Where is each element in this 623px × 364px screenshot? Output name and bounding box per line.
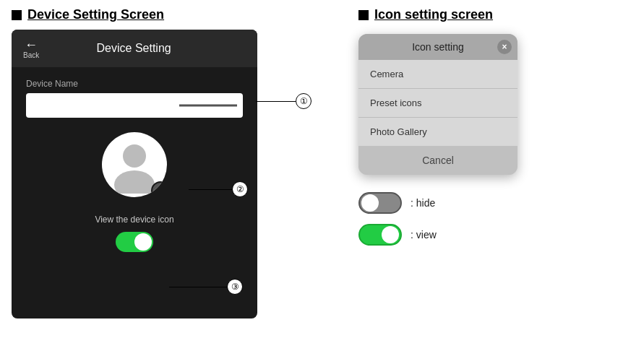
right-title-icon [358,10,369,20]
annotation-2-line [189,189,232,190]
annotation-3-badge: ③ [227,279,243,295]
phone-frame: ← Back Device Setting Device Name [12,30,257,318]
dialog-option-gallery[interactable]: Photo Gallery [358,118,517,146]
left-section-title: Device Setting Screen [27,7,164,22]
camera-badge[interactable] [151,181,167,197]
toggle-knob [134,233,152,251]
main-container: Device Setting Screen ← Back Device Sett… [0,0,623,364]
legend-toggle-on-knob [382,226,399,243]
left-section: Device Setting Screen ← Back Device Sett… [12,7,344,357]
view-toggle[interactable] [116,232,153,252]
avatar-circle [102,132,167,197]
phone-header: ← Back Device Setting [12,30,257,67]
svg-point-0 [123,144,146,168]
phone-screen-title: Device Setting [51,42,217,55]
dialog-cancel-button[interactable]: Cancel [358,146,517,175]
phone-wrapper: ← Back Device Setting Device Name [12,30,344,318]
dialog-option-preset[interactable]: Preset icons [358,89,517,118]
right-section-title-row: Icon setting screen [358,7,611,22]
back-arrow-icon: ← [25,38,38,51]
device-name-input[interactable] [26,93,243,118]
dialog-close-button[interactable]: × [497,40,512,54]
right-section-title: Icon setting screen [374,7,493,22]
annotation-1-line [256,101,296,102]
annotation-3-line [169,287,227,287]
camera-icon [155,186,166,195]
svg-rect-4 [159,187,162,188]
toggle-legend: : hide : view [358,192,611,246]
legend-item-view: : view [358,224,611,246]
toggle-wrapper [116,232,153,252]
device-name-label: Device Name [26,79,243,89]
annotation-3-container: ③ [169,279,243,295]
right-section: Icon setting screen Icon setting × Cemer… [344,7,611,357]
icon-dialog: Icon setting × Cemera Preset icons Photo… [358,34,517,175]
legend-toggle-off [358,192,402,214]
icon-dialog-header: Icon setting × [358,34,517,60]
svg-point-1 [114,170,155,194]
annotation-1-container: ① [256,93,312,109]
annotation-2-badge: ② [232,181,248,197]
phone-content: Device Name [12,67,257,264]
left-section-title-row: Device Setting Screen [12,7,344,22]
icon-dialog-title: Icon setting [412,41,464,53]
legend-item-hide: : hide [358,192,611,214]
legend-view-label: : view [411,229,437,240]
annotation-2-container: ② [189,181,248,197]
svg-point-3 [159,190,163,194]
left-title-icon [12,10,22,20]
input-bar [179,105,237,107]
view-icon-label: View the device icon [95,214,173,225]
legend-toggle-off-knob [361,194,379,212]
dialog-option-camera[interactable]: Cemera [358,60,517,89]
input-wrapper [26,93,243,118]
back-button[interactable]: ← Back [23,38,39,59]
legend-hide-label: : hide [411,197,435,209]
annotation-1-badge: ① [296,93,312,109]
legend-toggle-on [358,224,402,246]
back-label: Back [23,51,39,59]
